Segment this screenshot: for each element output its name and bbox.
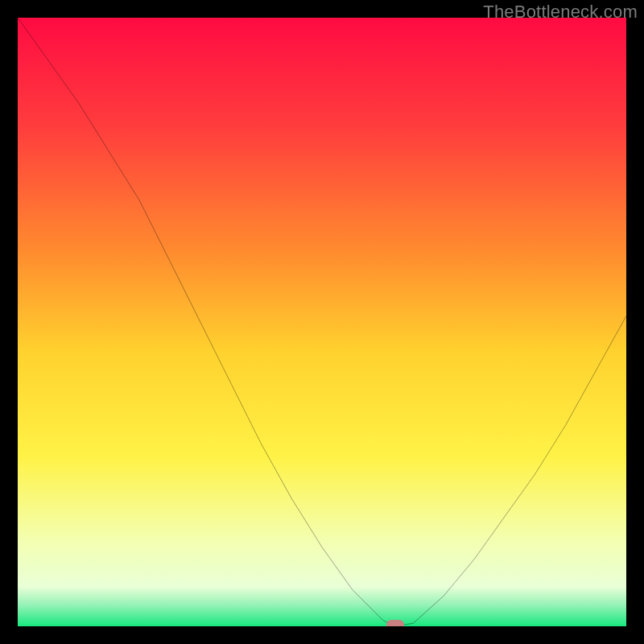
chart-frame: TheBottleneck.com (0, 0, 644, 644)
plot-area (18, 18, 626, 626)
svg-rect-0 (18, 18, 626, 626)
minimum-marker (386, 620, 404, 626)
background-gradient (18, 18, 626, 626)
watermark-text: TheBottleneck.com (483, 2, 638, 23)
